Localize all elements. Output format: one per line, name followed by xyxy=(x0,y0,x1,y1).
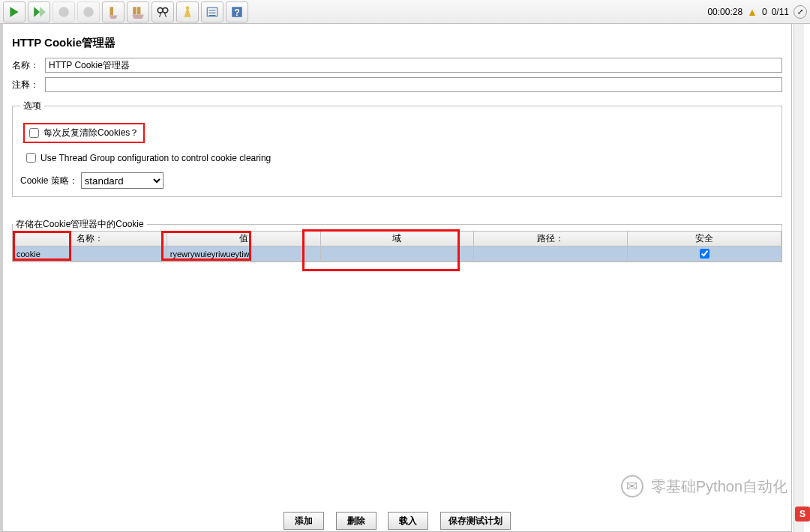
add-button[interactable]: 添加 xyxy=(284,512,324,530)
table-header-row: 名称： 值 域 路径： 安全 xyxy=(14,232,782,247)
cell-value[interactable]: ryewrywuieyriwueytiw xyxy=(166,247,320,262)
warning-icon: ▲ xyxy=(747,6,758,18)
options-legend: 选项 xyxy=(20,100,44,112)
col-domain[interactable]: 域 xyxy=(320,232,474,247)
cell-domain[interactable] xyxy=(320,247,474,262)
clear-each-highlight: 每次反复清除Cookies？ xyxy=(23,123,145,143)
cell-name[interactable]: cookie xyxy=(14,247,167,262)
svg-rect-6 xyxy=(133,7,136,14)
ime-badge[interactable]: S xyxy=(795,507,810,522)
svg-rect-7 xyxy=(137,7,141,14)
cookies-legend: 存储在Cookie管理器中的Cookie xyxy=(13,218,147,231)
clear-button[interactable] xyxy=(102,1,124,22)
vertical-scrollbar[interactable] xyxy=(794,24,804,532)
secure-checkbox[interactable] xyxy=(700,249,710,259)
delete-button[interactable]: 删除 xyxy=(336,512,376,530)
cookies-fieldset: 存储在Cookie管理器中的Cookie 名称： 值 域 路径： 安全 cook… xyxy=(12,218,782,262)
name-field[interactable] xyxy=(45,58,782,73)
search-button[interactable] xyxy=(152,1,174,22)
button-row: 添加 删除 载入 保存测试计划 xyxy=(3,512,791,530)
expand-icon[interactable]: ⤢ xyxy=(794,5,807,19)
page-title: HTTP Cookie管理器 xyxy=(12,36,782,50)
svg-point-8 xyxy=(158,7,163,13)
svg-rect-5 xyxy=(110,7,114,15)
svg-point-4 xyxy=(83,7,94,17)
clear-all-button[interactable] xyxy=(127,1,149,22)
svg-point-9 xyxy=(163,7,168,13)
reset-search-button[interactable] xyxy=(176,1,199,22)
save-button[interactable]: 保存测试计划 xyxy=(440,512,511,530)
svg-text:?: ? xyxy=(234,7,240,17)
col-value[interactable]: 值 xyxy=(166,232,320,247)
clear-each-label: 每次反复清除Cookies？ xyxy=(44,127,139,139)
use-thread-group-label: Use Thread Group configuration to contro… xyxy=(40,153,271,163)
svg-marker-2 xyxy=(40,7,46,17)
table-row[interactable]: cookie ryewrywuieyriwueytiw xyxy=(14,247,782,262)
svg-point-3 xyxy=(58,7,69,17)
clear-each-checkbox[interactable] xyxy=(29,128,39,138)
help-button[interactable]: ? xyxy=(226,1,248,22)
shutdown-button xyxy=(77,1,100,22)
cell-secure[interactable] xyxy=(628,247,782,262)
load-button[interactable]: 载入 xyxy=(388,512,428,530)
function-helper-button[interactable] xyxy=(201,1,224,22)
stop-button xyxy=(52,1,75,22)
col-path[interactable]: 路径： xyxy=(474,232,628,247)
svg-point-12 xyxy=(186,6,190,10)
col-name[interactable]: 名称： xyxy=(14,232,167,247)
main-panel: HTTP Cookie管理器 名称： 注释： 选项 每次反复清除Cookies？… xyxy=(0,24,792,532)
toolbar: ? 00:00:28 ▲ 0 0/11 ⤢ xyxy=(0,0,810,24)
use-thread-group-checkbox[interactable] xyxy=(26,153,36,163)
cookies-table: 名称： 值 域 路径： 安全 cookie ryewrywuieyriwueyt… xyxy=(13,231,782,262)
timer-label: 00:00:28 xyxy=(707,7,742,17)
comment-label: 注释： xyxy=(12,79,45,91)
policy-label: Cookie 策略： xyxy=(20,175,78,187)
run-no-timer-button[interactable] xyxy=(28,1,50,22)
warn-count: 0 xyxy=(762,7,767,17)
run-button[interactable] xyxy=(3,1,26,22)
name-label: 名称： xyxy=(12,59,45,72)
policy-select[interactable]: standard xyxy=(81,172,164,189)
thread-counter: 0/11 xyxy=(772,7,789,17)
svg-marker-1 xyxy=(34,7,40,17)
options-fieldset: 选项 每次反复清除Cookies？ Use Thread Group confi… xyxy=(12,100,782,197)
svg-marker-0 xyxy=(10,7,18,17)
col-secure[interactable]: 安全 xyxy=(628,232,782,247)
cell-path[interactable] xyxy=(474,247,628,262)
comment-field[interactable] xyxy=(45,77,782,92)
